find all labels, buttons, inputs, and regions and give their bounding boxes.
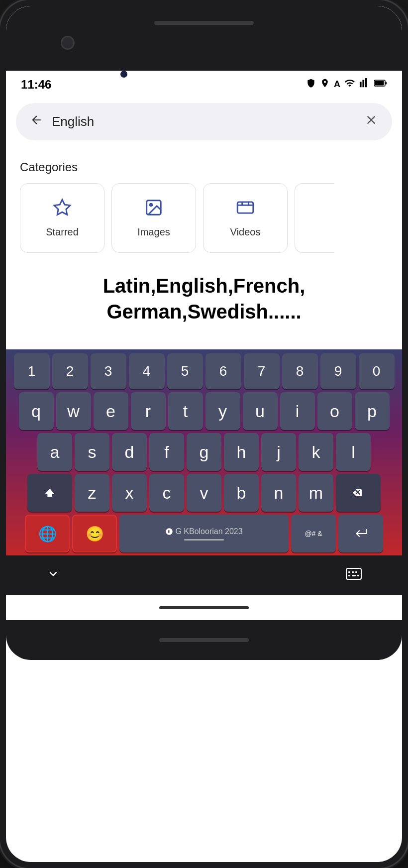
camera-lens xyxy=(120,71,127,78)
key-v[interactable]: v xyxy=(187,474,221,512)
battery-icon xyxy=(374,78,387,91)
number-row: 1 2 3 4 5 6 7 8 9 0 xyxy=(9,353,399,389)
category-label-images: Images xyxy=(137,226,170,238)
key-p[interactable]: p xyxy=(355,392,390,430)
status-time: 11:46 xyxy=(21,78,51,92)
key-k[interactable]: k xyxy=(299,433,333,471)
key-7[interactable]: 7 xyxy=(244,353,280,389)
phone-frame: 11:46 A xyxy=(0,0,408,868)
key-row-3: z x c v b n m xyxy=(9,474,399,512)
key-d[interactable]: d xyxy=(112,433,147,471)
images-icon xyxy=(144,198,163,221)
key-c[interactable]: c xyxy=(149,474,184,512)
search-input-value[interactable]: English xyxy=(52,114,355,129)
camera-dot xyxy=(61,36,75,50)
clear-button[interactable] xyxy=(364,113,378,130)
svg-rect-13 xyxy=(355,571,357,573)
key-2[interactable]: 2 xyxy=(52,353,88,389)
search-bar[interactable]: English xyxy=(16,103,392,140)
key-6[interactable]: 6 xyxy=(205,353,241,389)
keyboard-area: 1 2 3 4 5 6 7 8 9 0 q w e r t y u i xyxy=(6,349,402,555)
key-o[interactable]: o xyxy=(317,392,352,430)
symbols-key[interactable]: @ # & xyxy=(291,515,336,552)
key-m[interactable]: m xyxy=(299,474,333,512)
emoji-key[interactable]: 😊 xyxy=(72,515,117,552)
key-1[interactable]: 1 xyxy=(14,353,50,389)
key-4[interactable]: 4 xyxy=(129,353,165,389)
lang-support-text: Latin,English,French,German,Swedish.....… xyxy=(20,268,388,339)
status-bar: 11:46 A xyxy=(6,71,402,98)
key-i[interactable]: i xyxy=(280,392,315,430)
back-button[interactable] xyxy=(30,113,43,130)
speaker-bar xyxy=(154,21,254,25)
key-z[interactable]: z xyxy=(75,474,109,512)
svg-rect-16 xyxy=(357,575,359,576)
shift-key[interactable] xyxy=(27,474,72,512)
enter-key[interactable] xyxy=(338,515,383,552)
key-e[interactable]: e xyxy=(94,392,128,430)
phone-top-bar xyxy=(6,6,402,71)
star-icon xyxy=(53,198,72,221)
key-s[interactable]: s xyxy=(75,433,109,471)
phone-bottom-bar xyxy=(6,620,402,660)
svg-rect-11 xyxy=(348,571,350,573)
signal-icon xyxy=(359,78,370,91)
bottom-pill xyxy=(159,638,249,642)
key-l[interactable]: l xyxy=(336,433,371,471)
a-icon: A xyxy=(334,79,340,90)
category-card-more[interactable] xyxy=(295,183,334,253)
key-t[interactable]: t xyxy=(168,392,203,430)
key-j[interactable]: j xyxy=(261,433,296,471)
categories-heading: Categories xyxy=(20,160,388,174)
key-w[interactable]: w xyxy=(56,392,91,430)
svg-rect-12 xyxy=(352,571,354,573)
key-n[interactable]: n xyxy=(261,474,296,512)
key-y[interactable]: y xyxy=(205,392,240,430)
key-5[interactable]: 5 xyxy=(167,353,203,389)
chevron-down-button[interactable] xyxy=(46,566,61,585)
svg-rect-14 xyxy=(348,575,350,576)
space-brand-text: G KBoloorian 2023 xyxy=(165,527,242,536)
svg-rect-1 xyxy=(375,81,384,86)
app-content: Categories Starred Images xyxy=(6,150,402,349)
svg-rect-2 xyxy=(386,82,387,85)
globe-key[interactable]: 🌐 xyxy=(25,515,70,552)
key-a[interactable]: a xyxy=(37,433,72,471)
key-q[interactable]: q xyxy=(19,392,54,430)
svg-marker-3 xyxy=(54,200,70,215)
space-key[interactable]: G KBoloorian 2023 xyxy=(119,515,289,552)
category-card-images[interactable]: Images xyxy=(111,183,196,253)
svg-rect-6 xyxy=(237,202,253,213)
shield-icon xyxy=(306,78,316,91)
wifi-icon xyxy=(344,78,355,91)
svg-point-5 xyxy=(150,204,152,206)
phone-inner: 11:46 A xyxy=(6,6,402,862)
backspace-key[interactable] xyxy=(336,474,381,512)
category-label-starred: Starred xyxy=(46,226,79,238)
category-label-videos: Videos xyxy=(230,226,261,238)
key-r[interactable]: r xyxy=(131,392,166,430)
key-0[interactable]: 0 xyxy=(359,353,395,389)
location-icon xyxy=(320,78,330,91)
key-row-2: a s d f g h j k l xyxy=(9,433,399,471)
key-f[interactable]: f xyxy=(149,433,184,471)
bottom-nav xyxy=(6,555,402,595)
svg-rect-15 xyxy=(352,575,356,576)
key-h[interactable]: h xyxy=(224,433,259,471)
category-card-videos[interactable]: Videos xyxy=(203,183,288,253)
key-u[interactable]: u xyxy=(243,392,278,430)
space-bar-indicator xyxy=(184,539,224,541)
category-card-starred[interactable]: Starred xyxy=(20,183,104,253)
svg-rect-10 xyxy=(346,568,361,579)
home-indicator xyxy=(159,606,249,609)
keyboard-toggle-button[interactable] xyxy=(345,566,362,585)
key-8[interactable]: 8 xyxy=(282,353,318,389)
home-indicator-area xyxy=(6,595,402,620)
key-g[interactable]: g xyxy=(187,433,221,471)
key-3[interactable]: 3 xyxy=(91,353,126,389)
key-9[interactable]: 9 xyxy=(320,353,356,389)
key-b[interactable]: b xyxy=(224,474,259,512)
key-x[interactable]: x xyxy=(112,474,147,512)
key-row-1: q w e r t y u i o p xyxy=(9,392,399,430)
videos-icon xyxy=(236,198,255,221)
